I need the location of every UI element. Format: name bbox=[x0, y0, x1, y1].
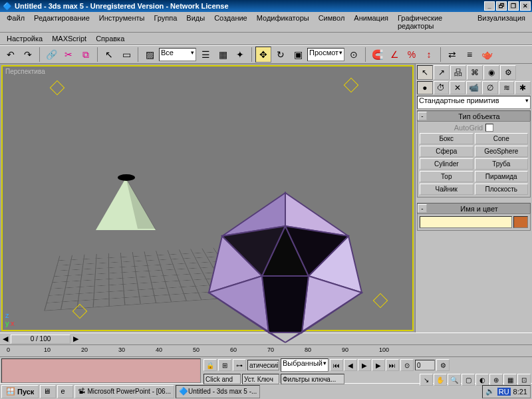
scale-button[interactable]: ▣ bbox=[290, 47, 306, 63]
viewport-nav-button[interactable]: ▢ bbox=[462, 374, 475, 386]
create-subtab[interactable]: ⏱ bbox=[434, 81, 450, 94]
primitive-button[interactable]: Пирамида bbox=[475, 171, 529, 182]
key-button[interactable]: ⊶ bbox=[233, 359, 246, 371]
key-filters-button[interactable]: Фильтры ключа... bbox=[281, 374, 344, 384]
command-tab[interactable]: ◉ bbox=[483, 65, 499, 80]
select-by-name-button[interactable]: ☰ bbox=[198, 47, 213, 63]
primitive-button[interactable]: GeoSphere bbox=[475, 146, 529, 157]
mirror-button[interactable]: ⇄ bbox=[444, 47, 460, 63]
angle-snap-button[interactable]: ∠ bbox=[386, 47, 402, 63]
command-tab[interactable]: ↗ bbox=[434, 65, 450, 80]
minimize-button[interactable]: _ bbox=[484, 1, 495, 11]
create-subtab[interactable]: ≋ bbox=[499, 81, 515, 94]
category-select[interactable]: Стандартные примитив bbox=[417, 96, 531, 109]
primitive-button[interactable]: Труба bbox=[475, 158, 529, 170]
taskbar-item[interactable]: 📽Microsoft PowerPoint - [06... bbox=[74, 385, 174, 398]
current-frame-field[interactable]: 0 bbox=[415, 360, 435, 370]
move-button[interactable]: ✥ bbox=[255, 47, 271, 63]
time-next-button[interactable]: ▶ bbox=[73, 334, 78, 343]
viewport-nav-button[interactable]: ▦ bbox=[503, 374, 517, 386]
command-tab[interactable]: ⌘ bbox=[467, 65, 483, 80]
ref-coord-select[interactable]: Просмот bbox=[307, 48, 344, 61]
create-subtab[interactable]: ∅ bbox=[482, 81, 498, 94]
menu-item[interactable]: Настройка bbox=[3, 34, 47, 43]
menu-item[interactable]: Модификаторы bbox=[253, 13, 313, 31]
command-tab[interactable]: ⚙ bbox=[500, 65, 516, 80]
primitive-button[interactable]: Cone bbox=[475, 133, 529, 144]
primitive-button[interactable]: Бокс bbox=[420, 133, 473, 144]
redo-button[interactable]: ↷ bbox=[20, 47, 36, 63]
object-name-input[interactable] bbox=[420, 216, 512, 228]
link-button[interactable]: 🔗 bbox=[43, 47, 59, 63]
taskbar-item[interactable]: e bbox=[57, 385, 73, 398]
viewport-perspective[interactable]: Перспектива bbox=[1, 65, 414, 331]
time-config-button[interactable]: ⚙ bbox=[436, 359, 450, 371]
viewport-nav-button[interactable]: ⊡ bbox=[517, 374, 531, 386]
language-indicator[interactable]: RU bbox=[497, 388, 511, 396]
spinner-snap-button[interactable]: ↕ bbox=[421, 47, 437, 63]
primitive-button[interactable]: Плоскость bbox=[475, 184, 529, 195]
snap-toggle-button[interactable]: ⊞ bbox=[218, 359, 231, 371]
command-tab[interactable]: 品 bbox=[450, 65, 466, 80]
menu-item[interactable]: Справка bbox=[92, 34, 128, 43]
track-bar[interactable] bbox=[1, 358, 201, 383]
taskbar-item[interactable]: 🖥 bbox=[40, 385, 56, 398]
select-color-button[interactable]: ▦ bbox=[215, 47, 231, 63]
menu-item[interactable]: Виды bbox=[182, 13, 209, 31]
prev-frame-button[interactable]: ◀ bbox=[344, 359, 357, 371]
select-button[interactable]: ↖ bbox=[101, 47, 117, 63]
lock-button[interactable]: 🔒 bbox=[203, 359, 217, 371]
primitive-button[interactable]: Чайник bbox=[420, 184, 473, 195]
primitive-button[interactable]: Cylinder bbox=[420, 158, 473, 170]
viewport-nav-button[interactable]: ⊕ bbox=[489, 374, 503, 386]
viewport-nav-button[interactable]: 🔍 bbox=[448, 374, 461, 386]
viewport-nav-button[interactable]: ↘ bbox=[420, 374, 433, 386]
menu-item[interactable]: Файл bbox=[3, 13, 29, 31]
light-gizmo[interactable] bbox=[50, 80, 65, 96]
bind-button[interactable]: ⧉ bbox=[78, 47, 94, 63]
menu-item[interactable]: Символ bbox=[315, 13, 349, 31]
create-subtab[interactable]: 📹 bbox=[466, 81, 482, 94]
percent-snap-button[interactable]: % bbox=[404, 47, 420, 63]
command-tab[interactable]: ↖ bbox=[417, 65, 433, 80]
create-subtab[interactable]: ✱ bbox=[515, 81, 531, 94]
play-button[interactable]: ▶ bbox=[358, 359, 371, 371]
undo-button[interactable]: ↶ bbox=[3, 47, 19, 63]
primitive-button[interactable]: Тор bbox=[420, 171, 473, 182]
time-prev-button[interactable]: ◀ bbox=[3, 334, 8, 343]
menu-item[interactable]: Группа bbox=[150, 13, 181, 31]
menu-item[interactable]: Визуализация bbox=[473, 13, 529, 31]
taskbar-item[interactable]: 🔷Untitled - 3ds max 5 -... bbox=[176, 385, 260, 398]
menu-item[interactable]: Инструменты bbox=[95, 13, 149, 31]
create-subtab[interactable]: ● bbox=[417, 81, 433, 94]
primitive-button[interactable]: Сфера bbox=[420, 146, 473, 157]
menu-item[interactable]: Анимация bbox=[350, 13, 392, 31]
key-mode-button[interactable]: ⊙ bbox=[400, 359, 414, 371]
menu-item[interactable]: Графические редакторы bbox=[394, 13, 472, 31]
menu-item[interactable]: MAXScript bbox=[48, 34, 90, 43]
next-frame-button[interactable]: ▶ bbox=[372, 359, 385, 371]
region-button[interactable]: ▭ bbox=[118, 47, 134, 63]
menu-item[interactable]: Редактирование bbox=[30, 13, 94, 31]
key-filter-select[interactable]: Выбранный bbox=[281, 358, 329, 372]
scene-hedra[interactable] bbox=[196, 186, 375, 346]
viewport-nav-button[interactable]: ◐ bbox=[475, 374, 489, 386]
rotate-button[interactable]: ↻ bbox=[273, 47, 289, 63]
window-crossing-button[interactable]: ▨ bbox=[142, 47, 158, 63]
rollout-name-color[interactable]: - Имя и цвет bbox=[417, 203, 531, 214]
rollout-object-type[interactable]: - Тип объекта bbox=[417, 110, 531, 122]
set-key-label[interactable]: Уст. Ключ bbox=[242, 374, 279, 384]
goto-end-button[interactable]: ⏭ bbox=[386, 359, 399, 371]
manipulate-button[interactable]: ✦ bbox=[232, 47, 248, 63]
time-ruler[interactable]: 0102030405060708090100 bbox=[0, 344, 532, 356]
scene-cone[interactable] bbox=[96, 173, 162, 233]
maximize-button[interactable]: ❐ bbox=[508, 1, 519, 11]
viewport-nav-button[interactable]: ✋ bbox=[434, 374, 447, 386]
selection-filter-select[interactable]: Все bbox=[159, 48, 196, 61]
goto-start-button[interactable]: ⏮ bbox=[330, 359, 343, 371]
light-gizmo[interactable] bbox=[373, 293, 388, 309]
restore-button[interactable]: 🗗 bbox=[496, 1, 507, 11]
start-button[interactable]: 🪟 Пуск bbox=[1, 385, 39, 398]
align-button[interactable]: ≡ bbox=[462, 47, 477, 63]
menu-item[interactable]: Создание bbox=[210, 13, 251, 31]
